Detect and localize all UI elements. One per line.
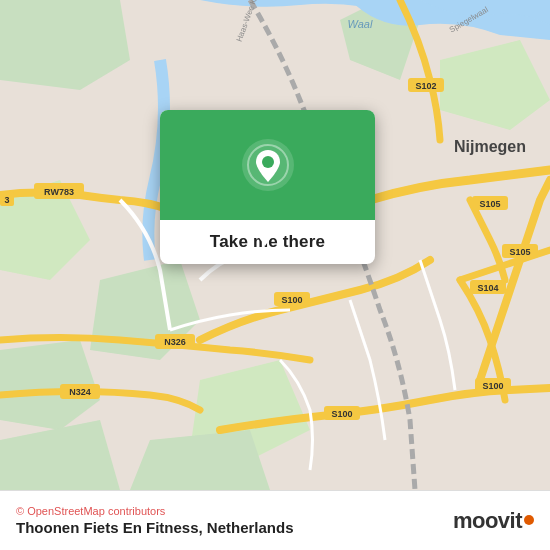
svg-text:S102: S102 (415, 81, 436, 91)
svg-text:N324: N324 (69, 387, 91, 397)
place-info: © OpenStreetMap contributors Thoonen Fie… (16, 505, 294, 536)
moovit-logo-text: moovit (453, 508, 522, 534)
svg-text:3: 3 (4, 195, 9, 205)
svg-text:S100: S100 (331, 409, 352, 419)
moovit-logo: moovit (453, 508, 534, 534)
svg-text:S105: S105 (509, 247, 530, 257)
popup-header (160, 110, 375, 220)
svg-text:Waal: Waal (348, 18, 373, 30)
svg-text:S100: S100 (281, 295, 302, 305)
place-name: Thoonen Fiets En Fitness, Netherlands (16, 519, 294, 536)
location-pin-icon (241, 138, 295, 192)
svg-text:RW783: RW783 (44, 187, 74, 197)
osm-credit: © OpenStreetMap contributors (16, 505, 294, 517)
svg-text:Nijmegen: Nijmegen (454, 138, 526, 155)
svg-text:S105: S105 (479, 199, 500, 209)
svg-text:S100: S100 (482, 381, 503, 391)
bottom-bar: © OpenStreetMap contributors Thoonen Fie… (0, 490, 550, 550)
credit-suffix: contributors (108, 505, 165, 517)
map-view: RW783 N326 N324 S100 S100 S100 S102 S104… (0, 0, 550, 490)
osm-link[interactable]: OpenStreetMap (27, 505, 105, 517)
copyright-symbol: © (16, 505, 24, 517)
popup-arrow (255, 232, 275, 246)
svg-text:S104: S104 (477, 283, 498, 293)
svg-point-38 (262, 156, 274, 168)
moovit-dot (524, 515, 534, 525)
svg-text:N326: N326 (164, 337, 186, 347)
